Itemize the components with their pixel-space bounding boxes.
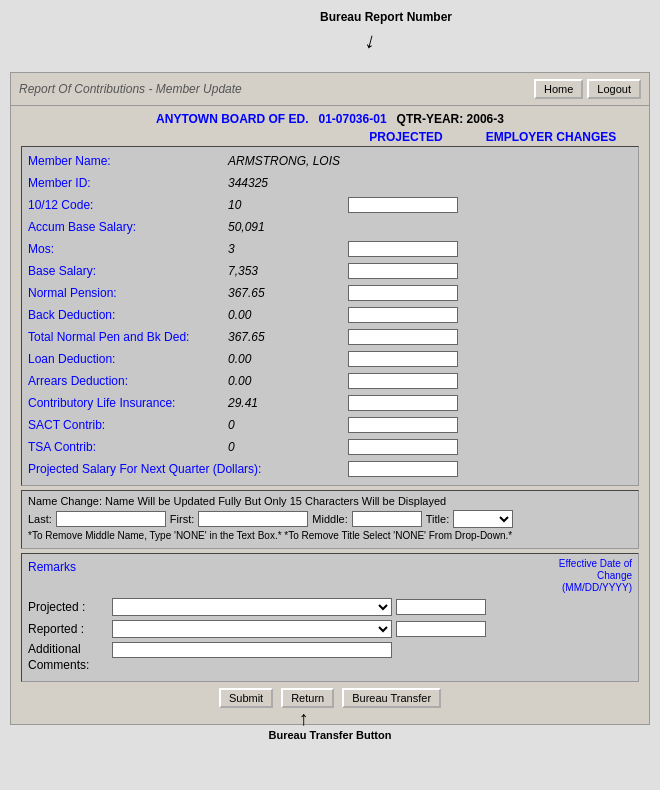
field-row-member-name: Member Name: ARMSTRONG, LOIS [28, 151, 632, 171]
field-row-arrears-deduction: Arrears Deduction: 0.00 [28, 371, 632, 391]
projected-salary-input[interactable] [348, 461, 458, 477]
bureau-transfer-note-suffix: Button [356, 729, 391, 741]
projected-label: Projected : [28, 600, 108, 614]
remarks-section: Remarks Effective Date of Change (MM/DD/… [21, 553, 639, 682]
sact-contrib-label: SACT Contrib: [28, 418, 228, 432]
action-buttons: Submit Return Bureau Transfer [21, 688, 639, 708]
column-headers: PROJECTED EMPLOYER CHANGES [21, 130, 639, 144]
mos-input[interactable] [348, 241, 458, 257]
back-deduction-label: Back Deduction: [28, 308, 228, 322]
last-name-input[interactable] [56, 511, 166, 527]
projected-salary-label: Projected Salary For Next Quarter (Dolla… [28, 462, 348, 476]
title-label: Title: [426, 513, 449, 525]
field-row-mos: Mos: 3 [28, 239, 632, 259]
loan-deduction-label: Loan Deduction: [28, 352, 228, 366]
return-button[interactable]: Return [281, 688, 334, 708]
10-12-code-value: 10 [228, 198, 348, 212]
reported-date-input[interactable] [396, 621, 486, 637]
name-inputs-row: Last: First: Middle: Title: Mr. Mrs. Ms.… [28, 510, 632, 528]
bureau-number: 01-07036-01 [319, 112, 387, 126]
normal-pension-label: Normal Pension: [28, 286, 228, 300]
org-line: ANYTOWN BOARD OF ED. 01-07036-01 QTR-YEA… [21, 112, 639, 126]
first-name-input[interactable] [198, 511, 308, 527]
member-id-label: Member ID: [28, 176, 228, 190]
middle-name-label: Middle: [312, 513, 347, 525]
back-deduction-input[interactable] [348, 307, 458, 323]
base-salary-value: 7,353 [228, 264, 348, 278]
member-id-value: 344325 [228, 176, 348, 190]
field-row-loan-deduction: Loan Deduction: 0.00 [28, 349, 632, 369]
total-normal-pen-label: Total Normal Pen and Bk Ded: [28, 330, 228, 344]
projected-date-input[interactable] [396, 599, 486, 615]
arrears-deduction-input[interactable] [348, 373, 458, 389]
title-select[interactable]: Mr. Mrs. Ms. Dr. NONE [453, 510, 513, 528]
field-row-member-id: Member ID: 344325 [28, 173, 632, 193]
contrib-life-value: 29.41 [228, 396, 348, 410]
field-row-accum-base-salary: Accum Base Salary: 50,091 [28, 217, 632, 237]
page-title: Report Of Contributions - Member Update [19, 82, 242, 96]
effective-date-label: Effective Date of Change (MM/DD/YYYY) [371, 558, 632, 594]
additional-comments-row: Additional Comments: [28, 642, 632, 673]
mos-label: Mos: [28, 242, 228, 256]
first-name-label: First: [170, 513, 194, 525]
arrears-deduction-label: Arrears Deduction: [28, 374, 228, 388]
loan-deduction-value: 0.00 [228, 352, 348, 366]
total-normal-pen-value: 367.65 [228, 330, 348, 344]
field-row-normal-pension: Normal Pension: 367.65 [28, 283, 632, 303]
employer-changes-header: EMPLOYER CHANGES [471, 130, 631, 144]
header-bar: Report Of Contributions - Member Update … [11, 73, 649, 106]
bureau-transfer-arrow: ↑ [299, 707, 309, 730]
loan-deduction-input[interactable] [348, 351, 458, 367]
middle-name-input[interactable] [352, 511, 422, 527]
name-change-title: Name Change: Name Will be Updated Fully … [28, 495, 632, 507]
org-name: ANYTOWN BOARD OF ED. [156, 112, 308, 126]
normal-pension-input[interactable] [348, 285, 458, 301]
home-button[interactable]: Home [534, 79, 583, 99]
field-row-base-salary: Base Salary: 7,353 [28, 261, 632, 281]
mos-value: 3 [228, 242, 348, 256]
contrib-life-input[interactable] [348, 395, 458, 411]
accum-base-salary-label: Accum Base Salary: [28, 220, 228, 234]
bureau-transfer-note: ↑ Bureau Transfer Button [269, 729, 392, 741]
base-salary-label: Base Salary: [28, 264, 228, 278]
name-change-section: Name Change: Name Will be Updated Fully … [21, 490, 639, 549]
field-row-10-12-code: 10/12 Code: 10 [28, 195, 632, 215]
bureau-transfer-note-text: Bureau Transfer [269, 729, 353, 741]
projected-header: PROJECTED [341, 130, 471, 144]
member-name-label: Member Name: [28, 154, 228, 168]
logout-button[interactable]: Logout [587, 79, 641, 99]
arrears-deduction-value: 0.00 [228, 374, 348, 388]
contrib-life-label: Contributory Life Insurance: [28, 396, 228, 410]
remove-note: *To Remove Middle Name, Type 'NONE' in t… [28, 530, 632, 541]
main-content: ANYTOWN BOARD OF ED. 01-07036-01 QTR-YEA… [11, 106, 649, 714]
total-normal-pen-input[interactable] [348, 329, 458, 345]
tsa-contrib-label: TSA Contrib: [28, 440, 228, 454]
sact-contrib-value: 0 [228, 418, 348, 432]
projected-row: Projected : [28, 598, 632, 616]
reported-select[interactable] [112, 620, 392, 638]
projected-select[interactable] [112, 598, 392, 616]
reported-row: Reported : [28, 620, 632, 638]
field-row-back-deduction: Back Deduction: 0.00 [28, 305, 632, 325]
10-12-code-input[interactable] [348, 197, 458, 213]
submit-button[interactable]: Submit [219, 688, 273, 708]
additional-comments-label: Additional Comments: [28, 642, 108, 673]
bureau-annotation-label: Bureau Report Number [320, 10, 452, 24]
header-buttons: Home Logout [534, 79, 641, 99]
base-salary-input[interactable] [348, 263, 458, 279]
bureau-transfer-button[interactable]: Bureau Transfer [342, 688, 441, 708]
back-deduction-value: 0.00 [228, 308, 348, 322]
bottom-annotation: ↑ Bureau Transfer Button [10, 729, 650, 741]
data-fields-section: Member Name: ARMSTRONG, LOIS Member ID: … [21, 146, 639, 486]
normal-pension-value: 367.65 [228, 286, 348, 300]
last-name-label: Last: [28, 513, 52, 525]
qtr-year: QTR-YEAR: 2006-3 [397, 112, 504, 126]
tsa-contrib-input[interactable] [348, 439, 458, 455]
sact-contrib-input[interactable] [348, 417, 458, 433]
member-name-value: ARMSTRONG, LOIS [228, 154, 348, 168]
field-row-tsa-contrib: TSA Contrib: 0 [28, 437, 632, 457]
accum-base-salary-value: 50,091 [228, 220, 348, 234]
main-panel: Report Of Contributions - Member Update … [10, 72, 650, 725]
field-row-sact-contrib: SACT Contrib: 0 [28, 415, 632, 435]
additional-comments-input[interactable] [112, 642, 392, 658]
